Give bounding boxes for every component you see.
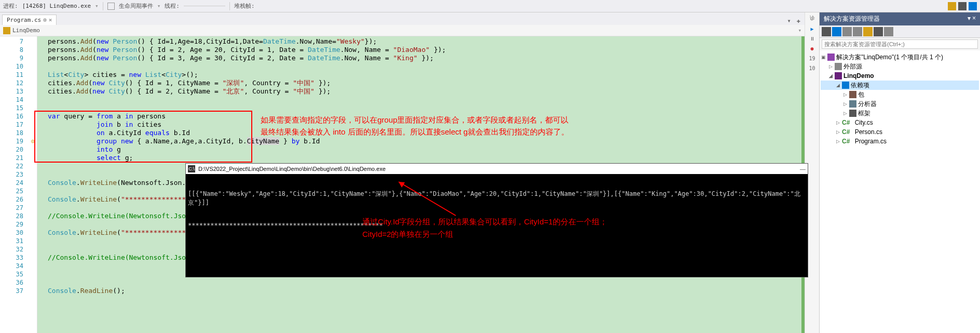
analyzers-node[interactable]: ▷分析器 [821,99,979,109]
diag-label[interactable]: 诊 [810,15,815,22]
toolbar-icon[interactable] [958,2,967,10]
minimize-icon[interactable]: — [800,166,806,172]
breadcrumb[interactable]: LinqDemo ▾ [0,25,805,36]
solution-tree[interactable]: ▣解决方案"LinqDemo"(1 个项目/共 1 个) ▷外部源 ◢LinqD… [820,50,980,333]
dependencies-node[interactable]: ◢依赖项 [821,81,979,90]
collapse-icon[interactable] [853,27,862,36]
file-person[interactable]: ▷C# Person.cs [821,127,979,137]
file-city[interactable]: ▷C# City.cs [821,118,979,127]
tab-overflow-icon[interactable]: ▾ [785,17,793,25]
annotation-text-2: 通过City.Id字段分组，所以结果集合可以看到，CityId=1的分在一个组；… [362,216,607,241]
top-toolbar: 进程: [14268] LinqDemo.exe ▾ 生命周期事件 ▾ 线程: … [0,0,980,12]
line-number-gutter: 78910 11121314 15161718 19⊙ 20212223 242… [0,36,37,333]
solution-root[interactable]: ▣解决方案"LinqDemo"(1 个项目/共 1 个) [821,52,979,62]
tab-add-icon[interactable]: ✚ [794,17,802,25]
solution-explorer: 解决方案资源管理器 ▾ × ▣解决方案"LinqDemo"(1 个项目/共 [820,12,980,333]
home-icon[interactable] [822,27,831,36]
chevron-down-icon[interactable]: ▾ [798,27,801,34]
pin-icon[interactable]: ⊕ [43,17,47,23]
properties-icon[interactable] [874,27,883,36]
breadcrumb-text: LinqDemo [12,27,40,34]
file-tab-program[interactable]: Program.cs ⊕ × [2,15,57,25]
lifecycle-label: 生命周期事件 [119,2,153,10]
process-dropdown[interactable]: [14268] LinqDemo.exe [22,3,91,9]
process-label: 进程: [3,2,18,10]
frameworks-node[interactable]: ▷框架 [821,109,979,118]
tab-strip: Program.cs ⊕ × ▾ ✚ [0,12,805,25]
close-icon[interactable]: × [49,17,52,23]
console-window[interactable]: C:\ D:\VS2022_Project\LinqDemo\LinqDemo\… [185,163,808,277]
toolbar-icon[interactable] [969,2,977,10]
stackframe-label: 堆栈帧: [234,2,255,10]
refresh-icon[interactable] [842,27,852,36]
thread-label: 线程: [165,2,180,10]
console-titlebar[interactable]: C:\ D:\VS2022_Project\LinqDemo\LinqDemo\… [186,164,808,174]
toolbar-icons-right [948,2,977,10]
packages-node[interactable]: ▷包 [821,90,979,99]
toolbar-icon[interactable] [948,2,956,10]
file-program[interactable]: ▷C# Program.cs [821,137,979,146]
lifecycle-icon[interactable] [107,3,115,10]
solution-explorer-title: 解决方案资源管理器 ▾ × [820,12,980,25]
console-path: D:\VS2022_Project\LinqDemo\LinqDemo\bin\… [198,166,386,172]
project-node[interactable]: ◢LinqDemo [821,71,979,81]
search-input[interactable] [822,39,978,49]
panel-menu-icon[interactable]: ▾ × [968,15,976,23]
sync-icon[interactable] [832,27,841,36]
preview-icon[interactable] [884,27,893,36]
namespace-icon [3,27,10,34]
annotation-text-1: 如果需要查询指定的字段，可以在group里面指定对应集合，或者字段或者起别名，都… [261,114,569,138]
solution-search[interactable] [820,38,980,50]
external-sources[interactable]: ▷外部源 [821,62,979,71]
solution-toolbar [820,25,980,38]
console-icon: C:\ [188,165,195,172]
show-all-icon[interactable] [863,27,873,36]
tab-label: Program.cs [7,17,41,23]
